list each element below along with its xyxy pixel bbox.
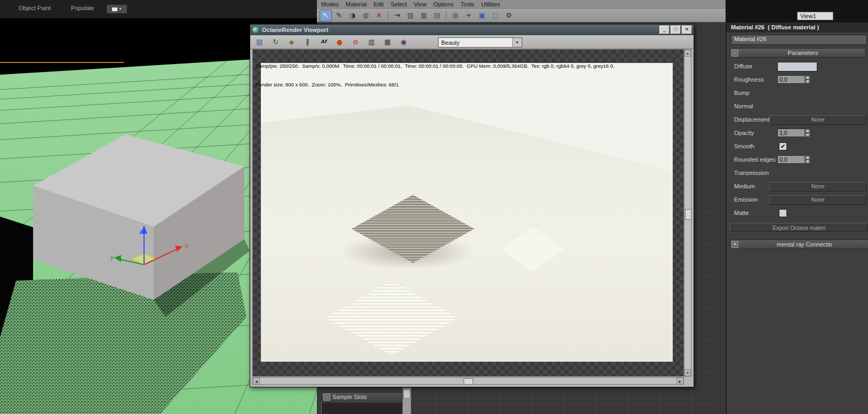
view-selector[interactable]: View1: [797, 12, 833, 20]
select-tool-icon[interactable]: ↖: [320, 10, 332, 21]
horizontal-scrollbar[interactable]: ◀ ▶: [252, 377, 684, 385]
scrollbar-thumb[interactable]: [403, 389, 410, 399]
pan-tool-icon[interactable]: +: [463, 10, 475, 21]
export-octane-material-button[interactable]: Export Octane materi: [730, 223, 868, 232]
show-background-icon: ▦: [420, 12, 427, 19]
spinner-down-arrow[interactable]: [805, 133, 810, 138]
sample-slots-list[interactable]: [321, 402, 403, 414]
pause-render-icon[interactable]: ‖: [301, 36, 314, 48]
collapse-icon[interactable]: -: [323, 394, 330, 401]
spinner-up-arrow[interactable]: [805, 155, 810, 160]
scrollbar-thumb[interactable]: [464, 378, 473, 385]
opacity-spinner[interactable]: 1,0: [777, 129, 810, 137]
camera-settings-icon: ◉: [401, 38, 407, 45]
render-mode-select[interactable]: Beauty ▼: [438, 37, 522, 47]
menu-tools[interactable]: Tools: [460, 1, 474, 7]
assign-material-to-selection-icon[interactable]: ◍: [360, 10, 372, 21]
menu-select[interactable]: Select: [391, 1, 407, 7]
show-grid-icon: ▤: [434, 12, 440, 19]
displacement-map-button[interactable]: None: [769, 115, 866, 125]
delete-selected-icon[interactable]: ✕: [373, 10, 385, 21]
roughness-spinner[interactable]: 0,0: [777, 75, 810, 84]
scroll-up-arrow[interactable]: ▲: [684, 50, 691, 57]
viewport-lock-icon: ▥: [368, 38, 375, 45]
render-area[interactable]: Samp/pix: 250/250. Samp/s: 0,000M. Time:…: [252, 49, 684, 377]
chevron-down-icon[interactable]: ▼: [512, 38, 522, 47]
spinner-down-arrow[interactable]: [805, 79, 810, 84]
expand-icon[interactable]: +: [731, 241, 738, 248]
stop-render-icon[interactable]: ⊘: [349, 36, 362, 48]
render-region-icon[interactable]: ●: [333, 36, 346, 48]
zoom-extents-icon[interactable]: ▢: [489, 10, 501, 21]
make-material-copy-icon[interactable]: ◑: [346, 10, 359, 21]
emission-map-button[interactable]: None: [769, 195, 866, 205]
octane-render-window[interactable]: OctaneRender Viewport _ □ ✕ ▤↻◈‖Af●⊘▥▦◉ …: [250, 24, 694, 387]
rollout-mental-ray-connection[interactable]: + mental ray Connectio: [730, 240, 868, 249]
spinner-up-arrow[interactable]: [805, 75, 810, 79]
show-grid-icon[interactable]: ▤: [431, 10, 443, 21]
material-name-field[interactable]: Material #26: [731, 35, 867, 45]
rounded-edges-value[interactable]: 0,0: [777, 155, 805, 164]
layout-all-icon: ▣: [479, 12, 485, 19]
smooth-checkbox[interactable]: ✔: [779, 142, 787, 150]
restart-render-icon[interactable]: ↻: [269, 36, 282, 48]
menu-modes[interactable]: Modes: [321, 1, 339, 7]
param-row-normal: Normal: [727, 100, 868, 113]
text-overlay-icon[interactable]: Af: [317, 36, 330, 48]
scroll-right-arrow[interactable]: ▶: [676, 378, 683, 384]
roughness-value[interactable]: 0,0: [777, 75, 805, 84]
hide-unused-nodeslots-icon[interactable]: ▧: [404, 10, 417, 21]
spinner-down-arrow[interactable]: [805, 160, 810, 164]
chevron-down-icon: ▾: [119, 7, 121, 11]
camera-settings-icon[interactable]: ◉: [397, 36, 410, 48]
save-render-icon[interactable]: ▤: [253, 36, 266, 48]
move-children-icon[interactable]: ⇥: [391, 10, 403, 21]
lock-resolution-icon[interactable]: ◈: [285, 36, 298, 48]
scroll-left-arrow[interactable]: ◀: [253, 378, 260, 384]
maximize-button[interactable]: □: [671, 26, 681, 34]
scrollbar-thumb[interactable]: [685, 209, 691, 220]
window-titlebar[interactable]: OctaneRender Viewport _ □ ✕: [250, 25, 694, 35]
render-stats: Samp/pix: 250/250. Samp/s: 0,000M. Time:…: [256, 51, 615, 100]
menu-edit[interactable]: Edit: [373, 1, 384, 7]
zoom-tool-icon[interactable]: ◎: [449, 10, 461, 21]
medium-map-button[interactable]: None: [769, 182, 866, 192]
ribbon-mini-toolbar[interactable]: ▾: [107, 5, 127, 13]
browser-scrollbar[interactable]: [402, 387, 411, 414]
minimize-button[interactable]: _: [659, 26, 670, 34]
toolbar-separator: [446, 11, 447, 20]
menu-bar: ModesMaterialEditSelectViewOptionsToolsU…: [317, 0, 726, 9]
scrollbar-corner: [684, 377, 691, 385]
pick-material-from-object-icon: ✎: [336, 12, 342, 19]
window-title: OctaneRender Viewport: [262, 27, 658, 33]
pick-material-from-object-icon[interactable]: ✎: [333, 10, 345, 21]
menu-options[interactable]: Options: [433, 1, 453, 7]
param-row-rounded-edges: Rounded edges0,0: [727, 153, 868, 166]
diffuse-color-swatch[interactable]: [777, 62, 817, 71]
material-settings-icon[interactable]: ⚙: [503, 10, 515, 21]
rollout-sample-slots[interactable]: - Sample Slots: [321, 392, 402, 402]
show-background-icon[interactable]: ▦: [418, 10, 430, 21]
param-label-matte: Matte: [734, 210, 749, 216]
spinner-up-arrow[interactable]: [805, 129, 810, 133]
matte-checkbox[interactable]: [779, 209, 787, 217]
rounded-edges-spinner[interactable]: 0,0: [777, 155, 810, 164]
vertical-scrollbar[interactable]: ▲ ▼: [684, 49, 691, 377]
layout-all-icon[interactable]: ▣: [476, 10, 488, 21]
ribbon-tab-populate[interactable]: Populate: [71, 5, 94, 11]
rollout-parameters[interactable]: - Parameters: [730, 48, 866, 58]
close-button[interactable]: ✕: [682, 26, 692, 34]
collapse-icon[interactable]: -: [731, 50, 738, 57]
menu-view[interactable]: View: [414, 1, 427, 7]
material-settings-icon: ⚙: [506, 12, 512, 19]
menu-material[interactable]: Material: [346, 1, 367, 7]
picture-viewer-icon[interactable]: ▦: [381, 36, 394, 48]
opacity-value[interactable]: 1,0: [777, 129, 805, 137]
param-label-normal: Normal: [734, 103, 753, 109]
viewport-lock-icon[interactable]: ▥: [365, 36, 378, 48]
zoom-tool-icon: ◎: [452, 12, 458, 19]
menu-utilities[interactable]: Utilities: [481, 1, 500, 7]
scroll-down-arrow[interactable]: ▼: [684, 369, 691, 376]
rendered-floor: [261, 63, 673, 362]
ribbon-tab-object-paint[interactable]: Object Paint: [19, 5, 51, 11]
